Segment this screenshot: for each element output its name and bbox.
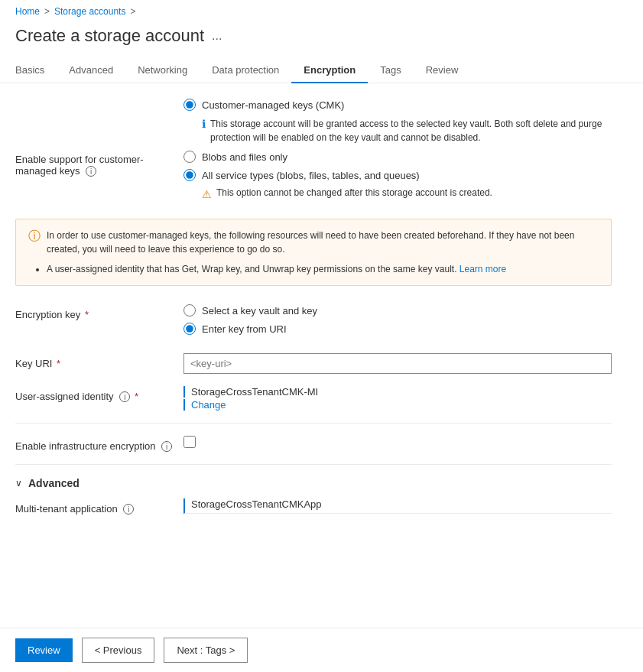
blobs-radio-option[interactable]: Blobs and files only xyxy=(183,151,612,163)
encryption-key-label: Encryption key * xyxy=(15,304,183,320)
tab-tags[interactable]: Tags xyxy=(368,58,413,83)
tab-basics[interactable]: Basics xyxy=(15,58,57,83)
multi-tenant-value: StorageCrossTenantCMKApp xyxy=(183,498,612,514)
main-content: Customer-managed keys (CMK) ℹ This stora… xyxy=(0,99,627,515)
info-icon-cmk: ℹ xyxy=(202,118,206,130)
vault-key-label[interactable]: Select a key vault and key xyxy=(202,305,317,317)
alert-list: A user-assigned identity that has Get, W… xyxy=(47,262,599,276)
cmk-support-section: Enable support for customer-managed keys… xyxy=(15,151,612,203)
all-services-radio[interactable] xyxy=(183,169,196,181)
vault-key-radio[interactable] xyxy=(183,304,196,317)
tab-review[interactable]: Review xyxy=(414,58,471,83)
tab-networking[interactable]: Networking xyxy=(125,58,200,83)
advanced-section: ∨ Advanced Multi-tenant application i St… xyxy=(15,477,612,515)
infra-encryption-checkbox-row xyxy=(183,436,612,448)
key-uri-content xyxy=(183,353,612,374)
tab-advanced[interactable]: Advanced xyxy=(57,58,125,83)
uri-radio-label[interactable]: Enter key from URI xyxy=(202,323,287,335)
warning-box: ⚠ This option cannot be changed after th… xyxy=(202,187,612,200)
cmk-support-label: Enable support for customer-managed keys… xyxy=(15,151,183,177)
key-uri-row: Key URI * xyxy=(15,353,612,374)
user-identity-value: StorageCrossTenantCMK-MI xyxy=(183,386,612,398)
user-identity-required: * xyxy=(135,391,138,402)
alert-header: ⓘ In order to use customer-managed keys,… xyxy=(28,229,599,256)
blobs-radio-label[interactable]: Blobs and files only xyxy=(202,151,287,163)
user-identity-change-link[interactable]: Change xyxy=(183,399,612,411)
multi-tenant-info-icon[interactable]: i xyxy=(123,504,134,515)
page-title: Create a storage account xyxy=(15,26,204,46)
infra-encryption-label: Enable infrastructure encryption i xyxy=(15,436,183,452)
cmk-radio[interactable] xyxy=(183,99,196,111)
infra-encryption-content xyxy=(183,436,612,448)
uri-radio[interactable] xyxy=(183,323,196,335)
all-services-radio-label[interactable]: All service types (blobs, files, tables,… xyxy=(202,170,420,181)
alert-icon: ⓘ xyxy=(28,229,41,245)
infra-encryption-checkbox[interactable] xyxy=(183,436,196,448)
infra-encryption-row: Enable infrastructure encryption i xyxy=(15,436,612,452)
user-identity-info-icon[interactable]: i xyxy=(119,391,130,402)
cmk-info-text: This storage account will be granted acc… xyxy=(210,117,612,144)
alert-text: In order to use customer-managed keys, t… xyxy=(47,229,599,256)
all-services-radio-option[interactable]: All service types (blobs, files, tables,… xyxy=(183,169,612,181)
multi-tenant-content: StorageCrossTenantCMKApp xyxy=(183,498,612,514)
blobs-radio[interactable] xyxy=(183,151,196,163)
user-identity-label: User-assigned identity i * xyxy=(15,386,183,402)
tab-encryption[interactable]: Encryption xyxy=(291,58,368,83)
breadcrumb-storage[interactable]: Storage accounts xyxy=(54,6,125,17)
breadcrumb: Home > Storage accounts > xyxy=(0,0,643,23)
user-identity-content: StorageCrossTenantCMK-MI Change xyxy=(183,386,612,411)
cmk-support-info-icon[interactable]: i xyxy=(86,166,96,177)
key-uri-label: Key URI * xyxy=(15,353,183,369)
advanced-chevron-icon: ∨ xyxy=(15,478,22,489)
cmk-radio-option[interactable]: Customer-managed keys (CMK) xyxy=(183,99,612,111)
advanced-section-header[interactable]: ∨ Advanced xyxy=(15,477,612,489)
encryption-key-content: Select a key vault and key Enter key fro… xyxy=(183,304,612,341)
divider-2 xyxy=(15,464,612,465)
breadcrumb-sep2: > xyxy=(130,6,135,17)
uri-radio-option[interactable]: Enter key from URI xyxy=(183,323,612,335)
page-header: Create a storage account ... xyxy=(0,23,643,58)
multi-tenant-row: Multi-tenant application i StorageCrossT… xyxy=(15,498,612,515)
breadcrumb-home[interactable]: Home xyxy=(15,6,40,17)
breadcrumb-sep1: > xyxy=(44,6,50,17)
cmk-radio-label[interactable]: Customer-managed keys (CMK) xyxy=(202,99,344,111)
tab-bar: Basics Advanced Networking Data protecti… xyxy=(0,58,643,83)
vault-key-radio-option[interactable]: Select a key vault and key xyxy=(183,304,612,317)
encryption-key-required: * xyxy=(85,309,89,320)
infra-encryption-info-icon[interactable]: i xyxy=(161,441,172,452)
cmk-support-content: Blobs and files only All service types (… xyxy=(183,151,612,203)
encryption-key-row: Encryption key * Select a key vault and … xyxy=(15,304,612,341)
page-options-icon[interactable]: ... xyxy=(212,29,222,43)
key-uri-input[interactable] xyxy=(183,353,612,374)
user-identity-row: User-assigned identity i * StorageCrossT… xyxy=(15,386,612,411)
warning-text: This option cannot be changed after this… xyxy=(216,187,492,198)
key-uri-required: * xyxy=(57,358,60,369)
advanced-section-title: Advanced xyxy=(28,477,80,489)
warning-icon: ⚠ xyxy=(202,188,212,200)
learn-more-link[interactable]: Learn more xyxy=(460,264,506,274)
alert-section: ⓘ In order to use customer-managed keys,… xyxy=(15,219,612,286)
alert-list-item: A user-assigned identity that has Get, W… xyxy=(47,262,599,276)
tab-data-protection[interactable]: Data protection xyxy=(200,58,291,83)
multi-tenant-label: Multi-tenant application i xyxy=(15,498,183,515)
divider-1 xyxy=(15,423,612,424)
